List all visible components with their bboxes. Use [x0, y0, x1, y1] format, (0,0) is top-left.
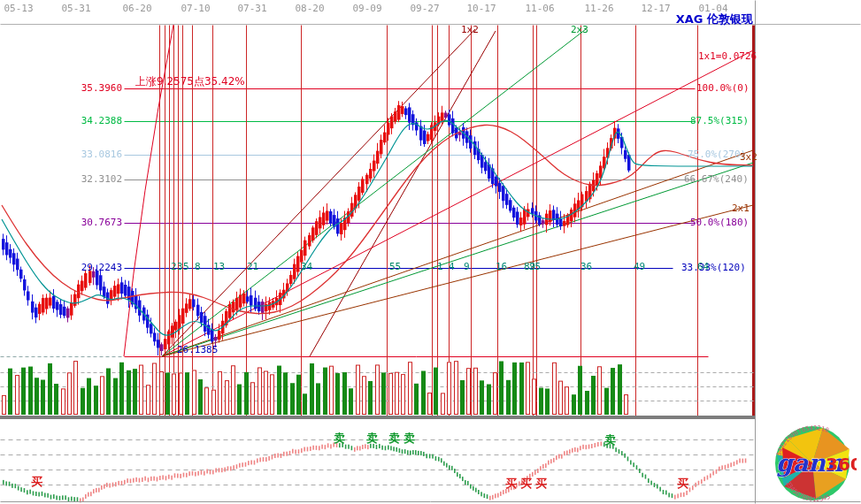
chart-canvas[interactable]: [0, 0, 861, 504]
logo-text-360: 360: [826, 454, 857, 475]
trading-app-window: { "window": {"bg": "#ffffff", "border_co…: [0, 0, 861, 504]
gann360-logo: 5432109876543210 23456789012345 gann 360: [772, 424, 857, 502]
